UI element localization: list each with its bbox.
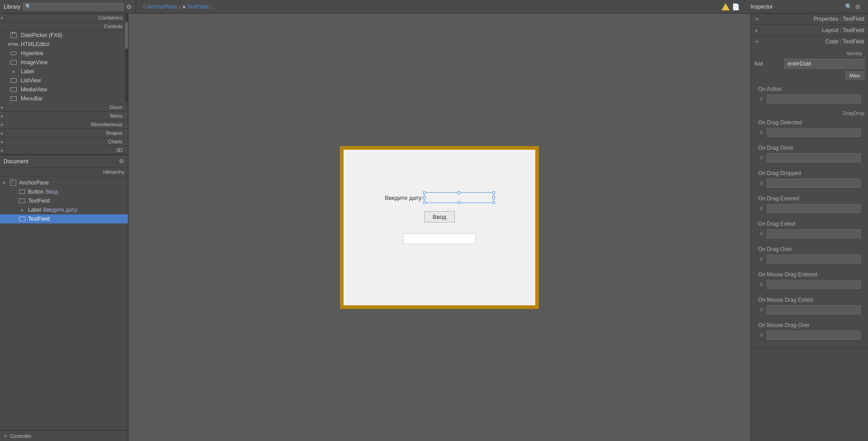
- fxid-input[interactable]: [784, 59, 864, 69]
- document-title: Document: [4, 158, 28, 165]
- handle-ml[interactable]: [423, 196, 426, 199]
- button-tree-icon: [18, 189, 26, 195]
- document-gear-icon[interactable]: ⚙: [119, 158, 124, 165]
- datepicker-icon: [9, 32, 18, 38]
- event-section-1: On Drag Done#: [755, 142, 864, 167]
- event-input-8[interactable]: [767, 331, 861, 340]
- handle-tr[interactable]: [492, 191, 495, 194]
- second-textfield[interactable]: [403, 233, 476, 244]
- on-action-input[interactable]: [767, 95, 861, 104]
- section-miscellaneous[interactable]: ► Miscellaneous: [0, 120, 128, 129]
- bottom-bar: ► Controller: [0, 430, 128, 441]
- layout-row[interactable]: ► Layout : TextField: [751, 25, 868, 36]
- handle-br[interactable]: [492, 201, 495, 204]
- library-item-listview[interactable]: ListView: [0, 76, 128, 85]
- library-item-htmleditor[interactable]: HTML HTMLEditor: [0, 40, 128, 49]
- event-label-5: On Drag Over: [758, 246, 808, 252]
- search-icon: 🔍: [25, 4, 32, 9]
- section-3d[interactable]: ► 3D: [0, 146, 128, 155]
- textfield-row: Введите дату:: [385, 192, 494, 203]
- tree-item-label[interactable]: A Label Введите дату:: [0, 205, 128, 214]
- inspector-properties-section: ▼ Properties : TextField: [751, 14, 868, 25]
- handle-tm[interactable]: [458, 191, 460, 194]
- vvod-button[interactable]: Ввод: [424, 211, 455, 223]
- event-label-3: On Drag Entered: [758, 195, 808, 202]
- section-gluon[interactable]: ► Gluon: [0, 103, 128, 112]
- textfield-input[interactable]: [424, 192, 494, 203]
- controller-label: Controller: [10, 433, 32, 439]
- library-list: ► Containers Controls DatePicker (FX8) H…: [0, 14, 128, 155]
- event-input-row-7: #: [758, 305, 861, 314]
- inspector-gear-icon[interactable]: ⚙: [855, 3, 861, 10]
- inspector-code-section: ▼ Code : TextField Identity fxid Main: [751, 36, 868, 349]
- library-item-mediaview[interactable]: MediaView: [0, 85, 128, 94]
- event-input-1[interactable]: [767, 153, 861, 162]
- tree-item-anchorpane[interactable]: ▼ AnchorPane: [0, 178, 128, 187]
- on-action-row: On Action: [758, 86, 861, 92]
- handle-bl[interactable]: [423, 201, 426, 204]
- handle-bm[interactable]: [458, 201, 460, 204]
- event-section-6: On Mouse Drag Entered#: [755, 269, 864, 294]
- breadcrumb-textfield[interactable]: ■ TextField :: [183, 4, 212, 10]
- tree-item-textfield-2[interactable]: TextField: [0, 214, 128, 223]
- event-row-label-7: On Mouse Drag Exited: [758, 297, 861, 303]
- event-input-row-8: #: [758, 331, 861, 340]
- event-label-1: On Drag Done: [758, 145, 808, 151]
- event-label-6: On Mouse Drag Entered: [758, 271, 817, 278]
- breadcrumb: □ AnchorPane › ■ TextField :: [140, 4, 717, 10]
- section-controls[interactable]: Controls: [0, 22, 128, 31]
- event-section-2: On Drag Dropped#: [755, 167, 864, 193]
- event-section-0: On Drag Detected#: [755, 117, 864, 142]
- properties-row[interactable]: ▼ Properties : TextField: [751, 14, 868, 24]
- main-layout: ► Containers Controls DatePicker (FX8) H…: [0, 14, 868, 441]
- library-item-label[interactable]: A Label: [0, 67, 128, 76]
- event-input-6[interactable]: [767, 280, 861, 289]
- label-icon: A: [9, 68, 18, 75]
- handle-mr[interactable]: [492, 196, 495, 199]
- file-icon: 📄: [732, 3, 740, 10]
- event-input-7[interactable]: [767, 305, 861, 314]
- event-input-4[interactable]: [767, 229, 861, 238]
- event-input-row-4: #: [758, 229, 861, 238]
- date-label: Введите дату:: [385, 194, 423, 201]
- library-item-imageview[interactable]: ImageView: [0, 58, 128, 67]
- label-tree-icon: A: [18, 207, 26, 213]
- fxid-row: fxid: [755, 59, 864, 69]
- anchorpane-tree-icon: [9, 180, 17, 186]
- section-charts[interactable]: ► Charts: [0, 138, 128, 146]
- library-item-hyperlink[interactable]: Hyperlink: [0, 49, 128, 58]
- inspector-code-content: Identity fxid Main On Action #: [751, 47, 868, 348]
- event-input-3[interactable]: [767, 204, 861, 213]
- warning-icon[interactable]: [721, 2, 730, 11]
- event-hash-0: #: [758, 129, 765, 136]
- event-label-0: On Drag Detected: [758, 119, 808, 126]
- event-row-label-3: On Drag Entered: [758, 195, 861, 202]
- event-input-0[interactable]: [767, 128, 861, 137]
- breadcrumb-anchorpane[interactable]: □ AnchorPane: [143, 4, 177, 10]
- canvas-area[interactable]: Введите дату: Ввод: [128, 14, 750, 441]
- tree-item-button[interactable]: Button Ввод: [0, 187, 128, 196]
- event-input-5[interactable]: [767, 255, 861, 264]
- dragdrop-label: DragDrop: [755, 109, 864, 117]
- tree-item-textfield-1[interactable]: TextField: [0, 196, 128, 205]
- event-input-2[interactable]: [767, 179, 861, 188]
- textfield1-tree-icon: [18, 198, 26, 204]
- handle-tl[interactable]: [423, 191, 426, 194]
- library-item-menubar[interactable]: MenuBar: [0, 94, 128, 103]
- expand-arrow[interactable]: ▼: [2, 180, 7, 185]
- inspector-layout-section: ► Layout : TextField: [751, 25, 868, 36]
- mediaview-icon: [9, 86, 18, 93]
- section-menu[interactable]: ► Menu: [0, 112, 128, 120]
- event-hash-7: #: [758, 307, 765, 313]
- event-input-row-2: #: [758, 179, 861, 188]
- code-row[interactable]: ▼ Code : TextField: [751, 36, 868, 47]
- section-containers[interactable]: ► Containers: [0, 14, 128, 22]
- library-item-datepicker[interactable]: DatePicker (FX8): [0, 31, 128, 40]
- event-hash-1: #: [758, 155, 765, 161]
- event-row-label-8: On Mouse Drag Over: [758, 322, 861, 328]
- inspector-search-icon[interactable]: 🔍: [845, 3, 852, 10]
- main-button[interactable]: Main: [845, 71, 864, 80]
- gear-icon[interactable]: ⚙: [126, 3, 132, 10]
- event-section-5: On Drag Over#: [755, 243, 864, 269]
- section-shapes[interactable]: ► Shapes: [0, 129, 128, 138]
